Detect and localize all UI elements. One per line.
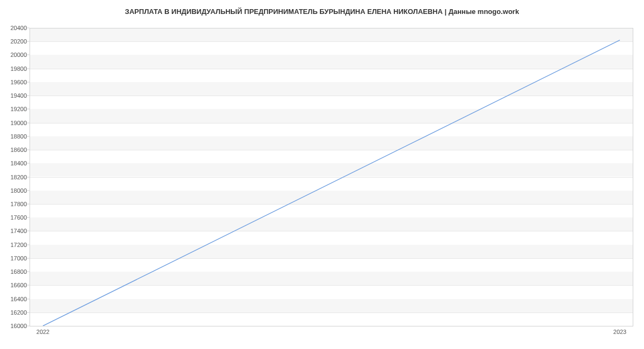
ytick-mark [27, 55, 30, 55]
ytick-mark [27, 122, 30, 123]
plot-area [30, 28, 633, 326]
ytick-mark [27, 136, 30, 136]
ytick-mark [27, 177, 30, 177]
ytick-label: 16600 [3, 282, 27, 288]
axis-border-bottom [30, 326, 633, 326]
ytick-label: 18400 [3, 160, 27, 166]
ytick-label: 17400 [3, 228, 27, 234]
ytick-mark [27, 109, 30, 110]
ytick-mark [27, 163, 30, 164]
ytick-label: 19400 [3, 92, 27, 99]
ytick-mark [27, 258, 30, 258]
ytick-label: 19000 [3, 120, 27, 126]
ytick-label: 19200 [3, 106, 27, 112]
ytick-label: 20400 [3, 25, 27, 31]
xtick-label: 2022 [36, 329, 49, 335]
chart-container: ЗАРПЛАТА В ИНДИВИДУАЛЬНЫЙ ПРЕДПРИНИМАТЕЛ… [0, 0, 644, 349]
ytick-label: 17000 [3, 255, 27, 261]
ytick-label: 18000 [3, 187, 27, 194]
ytick-label: 17200 [3, 242, 27, 248]
ytick-mark [27, 68, 30, 69]
ytick-label: 18200 [3, 174, 27, 180]
ytick-label: 18600 [3, 147, 27, 153]
ytick-label: 19600 [3, 79, 27, 85]
ytick-mark [27, 217, 30, 218]
ytick-mark [27, 203, 30, 204]
ytick-label: 20000 [3, 52, 27, 58]
axis-border-right [633, 28, 633, 326]
ytick-mark [27, 244, 30, 245]
ytick-label: 18800 [3, 133, 27, 140]
ytick-label: 16200 [3, 309, 27, 316]
ytick-label: 17600 [3, 214, 27, 221]
ytick-mark [27, 285, 30, 286]
ytick-label: 16800 [3, 268, 27, 275]
ytick-mark [27, 190, 30, 191]
chart-title: ЗАРПЛАТА В ИНДИВИДУАЛЬНЫЙ ПРЕДПРИНИМАТЕЛ… [0, 8, 644, 16]
ytick-mark [27, 272, 30, 272]
axis-border-top [30, 28, 633, 28]
series-line [30, 28, 633, 326]
ytick-mark [27, 299, 30, 299]
ytick-mark [27, 150, 30, 150]
ytick-label: 17800 [3, 201, 27, 207]
ytick-label: 16400 [3, 296, 27, 302]
axis-border-left [30, 28, 30, 326]
ytick-mark [27, 96, 30, 96]
ytick-mark [27, 312, 30, 312]
ytick-mark [27, 41, 30, 42]
ytick-mark [27, 326, 30, 326]
xtick-label: 2023 [613, 329, 626, 335]
ytick-mark [27, 82, 30, 82]
ytick-label: 19800 [3, 66, 27, 72]
ytick-mark [27, 28, 30, 28]
ytick-mark [27, 231, 30, 231]
ytick-label: 20200 [3, 38, 27, 45]
ytick-label: 16000 [3, 323, 27, 329]
